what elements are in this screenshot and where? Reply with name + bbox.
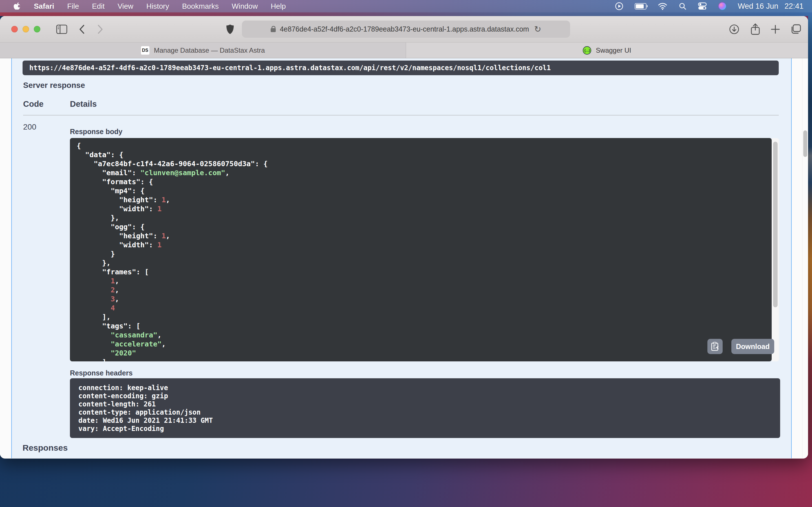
code-scrollbar[interactable] bbox=[772, 138, 779, 361]
page-scrollbar-thumb[interactable] bbox=[803, 130, 807, 157]
download-button[interactable]: Download bbox=[731, 339, 774, 354]
menu-bar: Safari File Edit View History Bookmarks … bbox=[0, 0, 812, 12]
swagger-page: https://4e876de4-a52f-4df6-a2c0-1789eeab… bbox=[0, 58, 808, 458]
lock-icon bbox=[271, 28, 276, 32]
swagger-favicon: {…} bbox=[583, 46, 591, 55]
copy-to-clipboard-button[interactable] bbox=[707, 339, 723, 354]
tab-manage-database[interactable]: DS Manage Database — DataStax Astra bbox=[0, 43, 406, 58]
close-button[interactable] bbox=[11, 26, 18, 33]
now-playing-icon[interactable] bbox=[615, 2, 623, 10]
menu-item-file[interactable]: File bbox=[67, 2, 79, 11]
control-center-icon[interactable] bbox=[698, 2, 707, 10]
spotlight-search-icon[interactable] bbox=[679, 2, 687, 10]
menu-item-bookmarks[interactable]: Bookmarks bbox=[182, 2, 219, 11]
zoom-button[interactable] bbox=[34, 26, 40, 33]
clock-time: 22:41 bbox=[784, 2, 804, 11]
tab-title: Manage Database — DataStax Astra bbox=[154, 47, 265, 54]
response-headers-label: Response headers bbox=[70, 369, 133, 377]
privacy-shield-icon[interactable] bbox=[224, 16, 236, 42]
code-scrollbar-thumb[interactable] bbox=[773, 142, 777, 307]
response-body-label: Response body bbox=[70, 128, 122, 136]
menu-item-window[interactable]: Window bbox=[232, 2, 258, 11]
safari-toolbar: 4e876de4-a52f-4df6-a2c0-1789eeab3473-eu-… bbox=[0, 16, 808, 42]
tab-swagger-ui[interactable]: {…} Swagger UI bbox=[406, 43, 808, 58]
address-bar[interactable]: 4e876de4-a52f-4df6-a2c0-1789eeab3473-eu-… bbox=[242, 20, 570, 38]
tab-overview-icon[interactable] bbox=[788, 16, 803, 42]
address-bar-url: 4e876de4-a52f-4df6-a2c0-1789eeab3473-eu-… bbox=[280, 25, 529, 33]
share-icon[interactable] bbox=[749, 16, 762, 42]
responses-heading: Responses bbox=[22, 443, 68, 453]
tab-title: Swagger UI bbox=[596, 47, 631, 54]
back-button[interactable] bbox=[77, 16, 87, 42]
menu-item-view[interactable]: View bbox=[117, 2, 133, 11]
battery-icon[interactable] bbox=[635, 3, 647, 10]
json-code: { "data": { "a7ec84bf-c1f4-42a6-9064-025… bbox=[77, 142, 772, 361]
minimize-button[interactable] bbox=[22, 26, 29, 33]
clock-date: Wed 16 Jun bbox=[738, 2, 778, 11]
sidebar-icon[interactable] bbox=[55, 16, 68, 42]
request-url: https://4e876de4-a52f-4df6-a2c0-1789eeab… bbox=[29, 64, 551, 72]
safari-window: 4e876de4-a52f-4df6-a2c0-1789eeab3473-eu-… bbox=[0, 16, 808, 459]
menu-item-edit[interactable]: Edit bbox=[92, 2, 105, 11]
menu-item-safari[interactable]: Safari bbox=[34, 2, 54, 11]
desktop-wallpaper-edge bbox=[808, 12, 812, 460]
table-divider bbox=[23, 115, 779, 115]
tab-bar: DS Manage Database — DataStax Astra {…} … bbox=[0, 42, 808, 58]
datastax-favicon: DS bbox=[141, 46, 149, 55]
details-column-header: Details bbox=[70, 100, 97, 109]
downloads-icon[interactable] bbox=[727, 16, 741, 42]
request-url-bar: https://4e876de4-a52f-4df6-a2c0-1789eeab… bbox=[22, 61, 779, 75]
siri-icon[interactable] bbox=[718, 2, 726, 10]
server-response-heading: Server response bbox=[23, 81, 85, 90]
code-column-header: Code bbox=[23, 100, 44, 109]
status-code-value: 200 bbox=[23, 122, 36, 131]
apple-menu-icon[interactable] bbox=[13, 2, 21, 11]
new-tab-icon[interactable] bbox=[769, 16, 782, 42]
response-headers-code[interactable]: connection: keep-alivecontent-encoding: … bbox=[70, 378, 780, 438]
clipboard-icon bbox=[711, 342, 719, 351]
menu-bar-clock[interactable]: Wed 16 Jun 22:41 bbox=[738, 2, 804, 11]
wifi-icon[interactable] bbox=[658, 2, 667, 10]
menu-item-help[interactable]: Help bbox=[271, 2, 286, 11]
forward-button[interactable] bbox=[95, 16, 105, 42]
reload-icon[interactable]: ↻ bbox=[534, 24, 541, 34]
desktop-wallpaper-sliver bbox=[0, 12, 812, 16]
response-body-code[interactable]: { "data": { "a7ec84bf-c1f4-42a6-9064-025… bbox=[70, 138, 772, 361]
menu-item-history[interactable]: History bbox=[146, 2, 169, 11]
